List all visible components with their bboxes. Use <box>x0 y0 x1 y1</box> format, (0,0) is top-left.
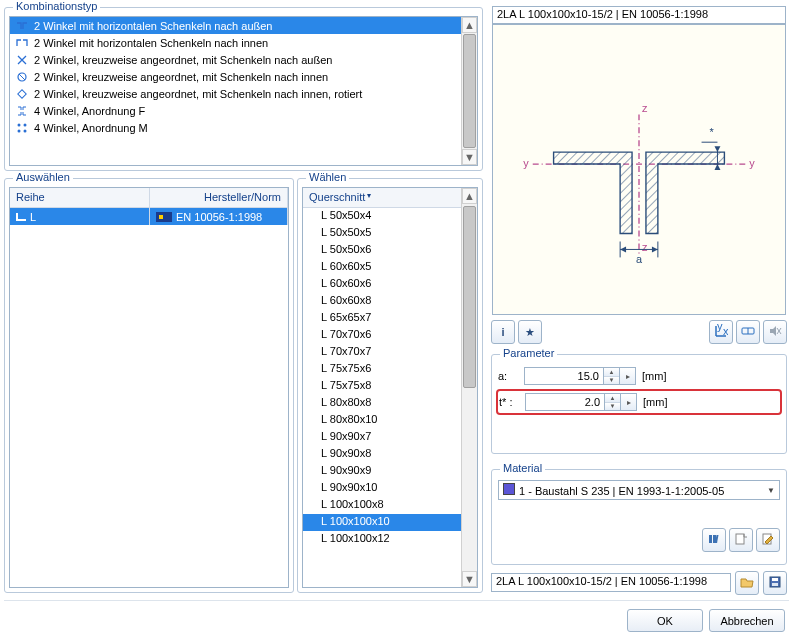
angle-four-f-icon <box>16 105 28 117</box>
svg-point-5 <box>24 129 27 132</box>
list-item[interactable]: L 100x100x10 <box>303 514 477 531</box>
open-icon <box>740 575 754 591</box>
svg-point-2 <box>18 123 21 126</box>
kombi-item[interactable]: 2 Winkel, kreuzweise angeordnet, mit Sch… <box>10 51 477 68</box>
kombi-item[interactable]: 2 Winkel, kreuzweise angeordnet, mit Sch… <box>10 68 477 85</box>
parameter-rows: a: ▲▼ ▸ [mm]t* : ▲▼ ▸ [mm] <box>498 365 780 447</box>
waehlen-header[interactable]: Querschnitt ▾ <box>303 188 477 208</box>
list-item[interactable]: L 70x70x7 <box>303 344 477 361</box>
svg-text:*: * <box>710 126 715 138</box>
list-item[interactable]: L 80x80x8 <box>303 395 477 412</box>
scroll-thumb[interactable] <box>463 34 476 148</box>
col-reihe[interactable]: Reihe <box>10 188 150 207</box>
auswaehlen-grid[interactable]: Reihe Hersteller/Norm LEN 10056-1:1998 <box>9 187 289 588</box>
mute-button[interactable] <box>763 320 787 344</box>
material-library-button[interactable] <box>702 528 726 552</box>
waehlen-list[interactable]: Querschnitt ▾ L 50x50x4L 50x50x5L 50x50x… <box>302 187 478 588</box>
param-label: t* : <box>499 396 525 408</box>
param-spinner[interactable]: ▲▼ <box>604 367 620 385</box>
list-item[interactable]: L 60x60x5 <box>303 259 477 276</box>
info-button[interactable]: i <box>491 320 515 344</box>
svg-text:z: z <box>642 241 648 253</box>
toggle-icon <box>741 324 755 340</box>
scroll-thumb[interactable] <box>463 206 476 388</box>
save-icon <box>768 575 782 591</box>
angle-cross-in-icon <box>16 71 28 83</box>
param-input[interactable] <box>524 367 604 385</box>
param-unit: [mm] <box>643 396 667 408</box>
list-item[interactable]: L 100x100x8 <box>303 497 477 514</box>
material-new-button[interactable] <box>729 528 753 552</box>
kombi-item[interactable]: 4 Winkel, Anordnung M <box>10 119 477 136</box>
list-item[interactable]: L 80x80x10 <box>303 412 477 429</box>
kombi-item[interactable]: 2 Winkel mit horizontalen Schenkeln nach… <box>10 17 477 34</box>
chevron-down-icon[interactable]: ▼ <box>605 403 620 411</box>
favorite-button[interactable]: ★ <box>518 320 542 344</box>
parameter-row: a: ▲▼ ▸ [mm] <box>498 365 780 387</box>
table-row[interactable]: LEN 10056-1:1998 <box>10 208 288 225</box>
material-edit-button[interactable] <box>756 528 780 552</box>
auswaehlen-rows: LEN 10056-1:1998 <box>10 208 288 225</box>
scroll-up-icon[interactable]: ▲ <box>462 17 477 33</box>
list-item[interactable]: L 65x65x7 <box>303 310 477 327</box>
svg-text:y: y <box>523 157 529 169</box>
svg-point-3 <box>24 123 27 126</box>
list-item[interactable]: L 70x70x6 <box>303 327 477 344</box>
chevron-up-icon[interactable]: ▲ <box>604 368 619 377</box>
axis-button[interactable]: yx <box>709 320 733 344</box>
kombi-item[interactable]: 4 Winkel, Anordnung F <box>10 102 477 119</box>
material-group: Material 1 - Baustahl S 235 | EN 1993-1-… <box>491 469 787 565</box>
summary-save-button[interactable] <box>763 571 787 595</box>
scroll-down-icon[interactable]: ▼ <box>462 571 477 587</box>
kombi-list[interactable]: 2 Winkel mit horizontalen Schenkeln nach… <box>9 16 478 166</box>
chevron-up-icon[interactable]: ▲ <box>605 394 620 403</box>
library-icon <box>707 532 721 548</box>
material-select[interactable]: 1 - Baustahl S 235 | EN 1993-1-1:2005-05… <box>498 480 780 500</box>
list-item[interactable]: L 50x50x6 <box>303 242 477 259</box>
summary-input[interactable]: 2LA L 100x100x10-15/2 | EN 10056-1:1998 <box>491 573 731 592</box>
svg-rect-33 <box>736 534 744 544</box>
parameter-group: Parameter a: ▲▼ ▸ [mm]t* : ▲▼ ▸ [mm] <box>491 354 787 454</box>
chevron-down-icon[interactable]: ▼ <box>604 377 619 385</box>
list-item[interactable]: L 90x90x10 <box>303 480 477 497</box>
scroll-up-icon[interactable]: ▲ <box>462 188 477 204</box>
list-item[interactable]: L 50x50x5 <box>303 225 477 242</box>
preview-title: 2LA L 100x100x10-15/2 | EN 10056-1:1998 <box>492 6 786 24</box>
ok-button[interactable]: OK <box>627 609 703 632</box>
list-item[interactable]: L 60x60x6 <box>303 276 477 293</box>
angle-pair-in-icon <box>16 37 28 49</box>
kombi-item[interactable]: 2 Winkel mit horizontalen Schenkeln nach… <box>10 34 477 51</box>
list-item[interactable]: L 100x100x12 <box>303 531 477 548</box>
param-step-button[interactable]: ▸ <box>620 367 636 385</box>
svg-text:y: y <box>749 157 755 169</box>
edit-icon <box>761 532 775 548</box>
auswaehlen-label: Auswählen <box>13 171 73 183</box>
list-item[interactable]: L 60x60x8 <box>303 293 477 310</box>
param-label: a: <box>498 370 524 382</box>
angle-l-icon <box>16 213 26 221</box>
section-preview: y y z z a * <box>492 24 786 315</box>
param-input[interactable] <box>525 393 605 411</box>
kombi-rows: 2 Winkel mit horizontalen Schenkeln nach… <box>10 17 477 136</box>
list-item[interactable]: L 90x90x9 <box>303 463 477 480</box>
param-spinner[interactable]: ▲▼ <box>605 393 621 411</box>
mute-icon <box>768 324 782 340</box>
cancel-button[interactable]: Abbrechen <box>709 609 785 632</box>
kombi-scrollbar[interactable]: ▲ ▼ <box>461 17 477 165</box>
svg-marker-21 <box>714 146 720 152</box>
list-item[interactable]: L 50x50x4 <box>303 208 477 225</box>
list-item[interactable]: L 90x90x8 <box>303 446 477 463</box>
svg-point-4 <box>18 129 21 132</box>
toggle-button[interactable] <box>736 320 760 344</box>
list-item[interactable]: L 75x75x8 <box>303 378 477 395</box>
col-norm[interactable]: Hersteller/Norm <box>150 188 288 207</box>
preview-toolbar: i ★ yx <box>491 320 787 348</box>
list-item[interactable]: L 90x90x7 <box>303 429 477 446</box>
summary-open-button[interactable] <box>735 571 759 595</box>
angle-pair-out-icon <box>16 20 28 32</box>
waehlen-scrollbar[interactable]: ▲ ▼ <box>461 188 477 587</box>
list-item[interactable]: L 75x75x6 <box>303 361 477 378</box>
kombi-item[interactable]: 2 Winkel, kreuzweise angeordnet, mit Sch… <box>10 85 477 102</box>
scroll-down-icon[interactable]: ▼ <box>462 149 477 165</box>
param-step-button[interactable]: ▸ <box>621 393 637 411</box>
